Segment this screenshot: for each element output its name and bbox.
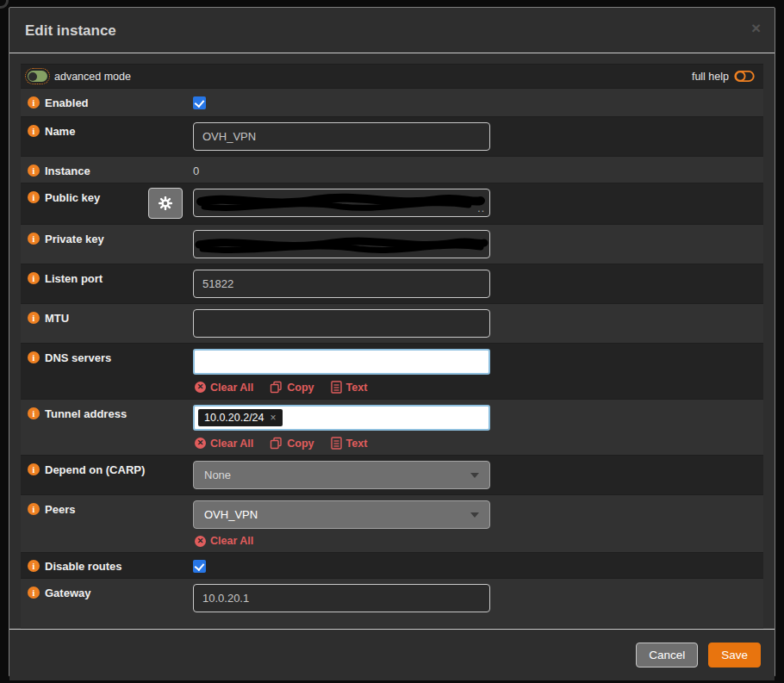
text-file-icon — [331, 437, 342, 450]
clear-all-link[interactable]: ✕ Clear All — [195, 437, 253, 450]
modal-footer: Cancel Save — [9, 629, 775, 680]
full-help-toggle[interactable]: full help — [692, 70, 755, 83]
field-label-peers: Peers — [45, 502, 75, 516]
field-row-public-key: i Public key — [21, 183, 763, 225]
chevron-down-icon — [470, 512, 479, 518]
save-button[interactable]: Save — [708, 643, 761, 667]
field-row-mtu: i MTU — [21, 304, 763, 344]
token-remove-icon[interactable]: × — [271, 413, 277, 423]
redaction-scribble — [194, 233, 489, 257]
field-label-carp-depend: Depend on (CARP) — [45, 463, 145, 476]
peers-actions: ✕ Clear All — [195, 535, 755, 547]
field-row-instance: i Instance 0 — [21, 157, 763, 183]
token-chip: 10.0.20.2/24 × — [198, 409, 283, 426]
peers-select[interactable]: OVH_VPN — [193, 500, 490, 529]
name-input[interactable] — [193, 122, 490, 151]
edit-instance-modal: Edit instance × advanced mode full help — [9, 7, 775, 677]
field-label-gateway: Gateway — [45, 586, 90, 599]
clear-all-link[interactable]: ✕ Clear All — [195, 535, 253, 547]
info-icon: i — [28, 233, 40, 245]
dns-servers-actions: ✕ Clear All Copy — [195, 381, 755, 394]
info-icon: i — [28, 407, 40, 419]
text-link[interactable]: Text — [331, 437, 368, 450]
info-icon: i — [28, 351, 40, 363]
copy-label: Copy — [287, 382, 314, 394]
clear-all-icon: ✕ — [195, 438, 206, 449]
cancel-button[interactable]: Cancel — [636, 643, 698, 667]
field-label-private-key: Private key — [45, 232, 104, 245]
text-label: Text — [346, 382, 368, 394]
mtu-input[interactable] — [193, 309, 490, 338]
listen-port-input[interactable] — [193, 270, 490, 298]
field-label-mtu: MTU — [45, 311, 69, 325]
field-label-enabled: Enabled — [45, 96, 89, 109]
field-label-tunnel-address: Tunnel address — [45, 407, 127, 420]
info-icon: i — [28, 587, 40, 599]
field-label-listen-port: Listen port — [45, 271, 103, 285]
copy-label: Copy — [287, 438, 314, 450]
token-value: 10.0.20.2/24 — [204, 412, 264, 424]
peers-value: OVH_VPN — [204, 508, 470, 521]
field-row-enabled: i Enabled — [21, 89, 763, 117]
private-key-input[interactable] — [193, 230, 490, 258]
public-key-input[interactable]: .. — [193, 189, 490, 217]
copy-link[interactable]: Copy — [270, 437, 314, 450]
field-row-peers: i Peers OVH_VPN ✕ Clear All — [21, 495, 763, 553]
advanced-mode-label: advanced mode — [54, 71, 131, 83]
instance-value: 0 — [193, 162, 755, 177]
chevron-down-icon — [470, 473, 479, 478]
clear-all-icon: ✕ — [195, 536, 206, 547]
modal-header: Edit instance × — [9, 8, 775, 53]
clear-all-link[interactable]: ✕ Clear All — [195, 381, 253, 394]
enabled-checkbox[interactable] — [193, 96, 206, 109]
generate-key-button[interactable] — [148, 188, 183, 219]
field-row-gateway: i Gateway — [21, 579, 763, 629]
disable-routes-checkbox[interactable] — [193, 560, 206, 573]
info-icon: i — [28, 191, 40, 203]
text-link[interactable]: Text — [331, 381, 368, 394]
tunnel-address-input[interactable]: 10.0.20.2/24 × — [193, 405, 490, 431]
tunnel-address-actions: ✕ Clear All Copy — [195, 437, 755, 450]
copy-link[interactable]: Copy — [270, 381, 314, 394]
field-label-public-key: Public key — [45, 188, 100, 204]
field-label-disable-routes: Disable routes — [45, 559, 122, 573]
backdrop-artifact — [0, 0, 9, 9]
form-table: advanced mode full help i Enabled — [21, 64, 763, 629]
carp-depend-select[interactable]: None — [193, 461, 490, 489]
clear-all-label: Clear All — [210, 535, 253, 547]
redaction-scribble — [194, 191, 489, 215]
field-row-name: i Name — [21, 117, 763, 157]
copy-icon — [270, 381, 283, 394]
dns-servers-input[interactable] — [193, 349, 490, 375]
info-icon: i — [28, 272, 40, 284]
field-label-instance: Instance — [45, 164, 90, 177]
info-icon: i — [28, 503, 40, 515]
text-file-icon — [331, 381, 342, 394]
field-row-private-key: i Private key — [21, 225, 763, 264]
clear-all-icon: ✕ — [195, 382, 206, 393]
info-icon: i — [28, 96, 40, 109]
text-label: Text — [346, 438, 368, 450]
page-title: Edit instance — [25, 22, 116, 39]
gateway-input[interactable] — [193, 584, 490, 612]
info-icon: i — [28, 312, 40, 324]
modal-body: advanced mode full help i Enabled — [9, 53, 775, 629]
field-row-dns-servers: i DNS servers ✕ Clear All — [21, 344, 763, 400]
info-icon: i — [28, 165, 40, 177]
clear-all-label: Clear All — [210, 382, 253, 394]
field-row-listen-port: i Listen port — [21, 264, 763, 304]
toggle-off-icon — [734, 70, 755, 83]
public-key-overflow: .. — [477, 202, 485, 214]
field-row-carp-depend: i Depend on (CARP) None — [21, 456, 763, 495]
help-bar-row: advanced mode full help — [21, 65, 763, 89]
full-help-label: full help — [692, 71, 729, 83]
copy-icon — [270, 437, 283, 450]
clear-all-label: Clear All — [210, 438, 253, 450]
field-label-dns-servers: DNS servers — [45, 351, 111, 364]
toggle-on-icon — [28, 71, 47, 82]
info-icon: i — [28, 560, 40, 572]
field-row-disable-routes: i Disable routes — [21, 553, 763, 579]
advanced-mode-toggle[interactable]: advanced mode — [28, 71, 131, 83]
gear-icon — [159, 196, 172, 210]
close-icon[interactable]: × — [751, 20, 761, 36]
